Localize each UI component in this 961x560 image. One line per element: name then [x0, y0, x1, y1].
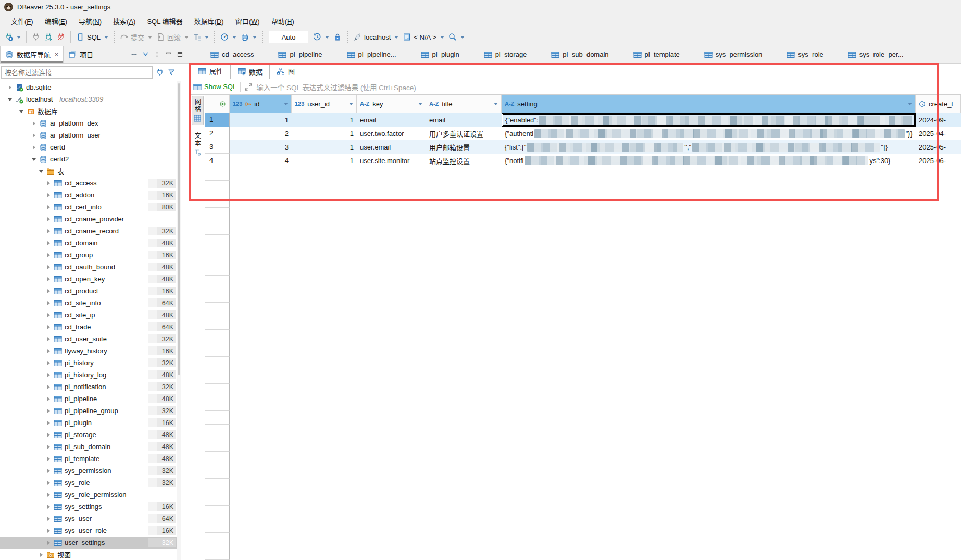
column-filter-dropdown[interactable] [284, 103, 288, 105]
menu-item-6[interactable]: 窗口(W) [230, 15, 266, 28]
view-tab-0[interactable]: 属性 [191, 64, 230, 79]
chevron-icon[interactable] [46, 289, 51, 294]
tree-item-cd_product[interactable]: cd_product 16K [0, 285, 181, 297]
tree-item-db.sqlite[interactable]: db.sqlite [0, 81, 181, 93]
cell-create-time[interactable]: 2025-05- [916, 140, 961, 154]
menu-item-2[interactable]: 导航(N) [73, 15, 107, 28]
commit-mode-select[interactable]: Auto [269, 31, 308, 43]
chevron-icon[interactable] [46, 540, 51, 545]
cell-id[interactable]: 2 [230, 127, 292, 140]
chevron-icon[interactable] [46, 217, 51, 222]
tree-item-pi_template[interactable]: pi_template 48K [0, 453, 181, 465]
tree-item-cd_cname_provider[interactable]: cd_cname_provider [0, 213, 181, 225]
chevron-icon[interactable] [46, 313, 51, 318]
active-connection-select[interactable]: localhost [352, 31, 400, 43]
menu-item-5[interactable]: 数据库(D) [189, 15, 230, 28]
reconnect-button[interactable] [43, 31, 54, 43]
active-database-select[interactable]: < N/A > [401, 31, 445, 43]
cell-user-id[interactable]: 1 [292, 140, 357, 154]
editor-tab[interactable]: pi_sub_domain [539, 46, 621, 63]
editor-tab[interactable]: sys_role [775, 46, 835, 63]
scrollbar-thumb[interactable] [178, 83, 180, 375]
sql-filter-input[interactable]: 输入一个 SQL 表达式来过滤结果 (使用 Ctrl+Space) [256, 82, 416, 92]
maximize-panel-icon[interactable] [177, 51, 183, 58]
column-header-setting[interactable]: A-Z setting [502, 95, 916, 113]
tree-item-sys_settings[interactable]: sys_settings 16K [0, 501, 181, 513]
chevron-icon[interactable] [46, 337, 51, 342]
tab-projects[interactable]: 项目 [64, 46, 98, 63]
rollback-button[interactable]: 回滚 [155, 30, 190, 44]
tree-item-sys_user[interactable]: sys_user 64K [0, 513, 181, 525]
dashboard-button[interactable] [219, 31, 238, 43]
tree-item-certd2[interactable]: certd2 [0, 153, 181, 165]
cell-title[interactable]: 用户邮箱设置 [426, 140, 502, 154]
chevron-icon[interactable] [46, 253, 51, 258]
row-number-cell[interactable]: 4 [205, 154, 230, 167]
column-header-key[interactable]: A-Z key [357, 95, 426, 113]
editor-tab[interactable]: pi_storage [472, 46, 540, 63]
column-filter-dropdown[interactable] [908, 103, 912, 105]
chevron-icon[interactable] [7, 85, 13, 90]
commit-button[interactable]: 提交 [118, 30, 154, 44]
menu-item-1[interactable]: 编辑(E) [39, 15, 73, 28]
tree-item-表[interactable]: 表 [0, 165, 181, 177]
column-filter-dropdown[interactable] [349, 103, 353, 105]
close-icon[interactable]: × [55, 51, 58, 58]
tree-item-cd_open_key[interactable]: cd_open_key 48K [0, 273, 181, 285]
link-editor-icon[interactable] [131, 51, 138, 58]
export-button[interactable] [239, 31, 258, 43]
chevron-icon[interactable] [46, 432, 51, 438]
chevron-icon[interactable] [46, 277, 51, 282]
cell-id[interactable]: 4 [230, 154, 292, 167]
tree-item-user_settings[interactable]: user_settings 32K [0, 537, 181, 549]
cell-setting[interactable]: {"authenti "}} [502, 127, 916, 140]
presentation-tab[interactable]: 文本 [192, 130, 203, 158]
new-connection-button[interactable] [3, 31, 22, 43]
chevron-icon[interactable] [46, 528, 51, 533]
column-filter-dropdown[interactable] [418, 103, 422, 105]
cell-setting[interactable]: {"notifi ys":30} [502, 154, 916, 167]
lock-button[interactable] [332, 31, 343, 43]
column-header-title[interactable]: A-Z title [426, 95, 502, 113]
tree-item-cd_cname_record[interactable]: cd_cname_record 32K [0, 225, 181, 237]
connection-type-filter-icon[interactable] [156, 68, 164, 77]
cell-key[interactable]: user.site.monitor [357, 154, 426, 167]
chevron-icon[interactable] [46, 396, 51, 402]
cell-user-id[interactable]: 1 [292, 127, 357, 140]
tree-item-pi_notification[interactable]: pi_notification 32K [0, 381, 181, 393]
chevron-icon[interactable] [46, 241, 51, 246]
chevron-icon[interactable] [46, 193, 51, 198]
tree-item-pi_pipeline_group[interactable]: pi_pipeline_group 32K [0, 405, 181, 417]
chevron-icon[interactable] [46, 516, 51, 521]
cell-user-id[interactable]: 1 [292, 113, 357, 127]
chevron-icon[interactable] [31, 121, 36, 126]
cell-key[interactable]: user.email [357, 140, 426, 154]
transaction-log-button[interactable] [191, 31, 210, 43]
menu-item-3[interactable]: 搜索(A) [107, 15, 141, 28]
connect-button[interactable] [30, 31, 42, 43]
cell-create-time[interactable]: 2025-04- [916, 127, 961, 140]
tree-item-pi_storage[interactable]: pi_storage 48K [0, 429, 181, 441]
tree-item-cd_group[interactable]: cd_group 16K [0, 249, 181, 261]
cell-id[interactable]: 3 [230, 140, 292, 154]
tree-item-pi_history[interactable]: pi_history 32K [0, 357, 181, 369]
chevron-icon[interactable] [46, 420, 51, 426]
chevron-icon[interactable] [46, 265, 51, 270]
tree-item-pi_history_log[interactable]: pi_history_log 48K [0, 369, 181, 381]
tree-item-flyway_history[interactable]: flyway_history 16K [0, 345, 181, 357]
expand-filter-icon[interactable] [244, 83, 253, 91]
cell-id[interactable]: 1 [230, 113, 292, 127]
column-header-create_t[interactable]: create_t [916, 95, 961, 113]
editor-tab[interactable]: sys_role_per... [836, 46, 916, 63]
grid-corner-cell[interactable] [205, 95, 230, 113]
panel-sash[interactable] [181, 64, 190, 560]
cell-user-id[interactable]: 1 [292, 154, 357, 167]
view-menu-icon[interactable] [154, 51, 160, 58]
chevron-icon[interactable] [39, 169, 44, 174]
tree-item-certd[interactable]: certd [0, 141, 181, 153]
tree-item-pi_plugin[interactable]: pi_plugin 16K [0, 417, 181, 429]
chevron-icon[interactable] [46, 360, 51, 366]
editor-tab[interactable]: cd_access [198, 46, 266, 63]
minimize-panel-icon[interactable] [165, 51, 172, 58]
chevron-icon[interactable] [46, 229, 51, 234]
